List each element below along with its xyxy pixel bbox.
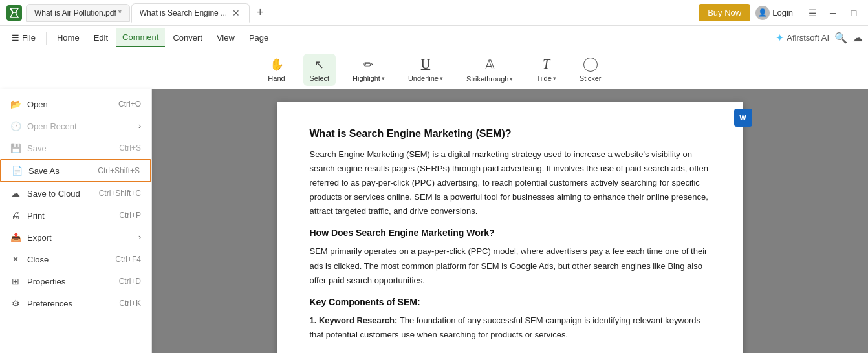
properties-shortcut: Ctrl+D (119, 277, 141, 286)
file-menu-open-recent[interactable]: 🕐 Open Recent › (0, 115, 151, 137)
export-label: Export (27, 233, 52, 242)
tilde-dropdown-arrow: ▾ (553, 75, 556, 81)
strikethrough-icon: 𝔸 (485, 57, 495, 72)
separator (46, 32, 47, 45)
login-button[interactable]: 👤 Login (755, 6, 793, 20)
print-icon: 🖨 (10, 210, 21, 220)
convert-label: Convert (173, 33, 202, 43)
highlight-icon: ✏ (363, 58, 373, 72)
maximize-button[interactable]: □ (845, 4, 863, 22)
tilde-tool-button[interactable]: T Tilde ▾ (530, 53, 562, 86)
title-bar-actions: Buy Now 👤 Login ☰ ─ □ (699, 4, 863, 22)
tab-air-pollution[interactable]: What is Air Pollution.pdf * (26, 4, 130, 22)
save-cloud-label: Save to Cloud (27, 189, 80, 198)
sticker-icon (583, 58, 598, 72)
tab-search-engine[interactable]: What is Search Engine ... ✕ (131, 3, 250, 23)
save-cloud-shortcut: Ctrl+Shift+C (99, 189, 141, 198)
tab-close-icon[interactable]: ✕ (231, 8, 241, 18)
file-menu-panel: 📂 Open Ctrl+O 🕐 Open Recent › 💾 Save Ctr… (0, 89, 152, 353)
select-tool-button[interactable]: ↖ Select (303, 54, 336, 86)
properties-label: Properties (27, 277, 65, 286)
menu-convert[interactable]: Convert (166, 29, 209, 47)
pdf-heading3: Key Components of SEM: (310, 297, 711, 307)
home-label: Home (57, 33, 80, 43)
menu-file[interactable]: ☰ File (5, 29, 42, 47)
minimize-button[interactable]: ─ (824, 4, 842, 22)
save-as-icon: 📄 (12, 166, 22, 176)
hand-tool-button[interactable]: ✋ Hand (261, 54, 293, 86)
pdf-paragraph3-bold: 1. Keyword Research: (310, 316, 398, 325)
open-shortcut: Ctrl+O (118, 100, 141, 109)
save-label: Save (27, 144, 47, 153)
pdf-content: What is Search Engine Marketing (SEM)? S… (310, 128, 711, 342)
menu-edit[interactable]: Edit (87, 29, 114, 47)
save-as-shortcut: Ctrl+Shift+S (98, 166, 140, 175)
menu-comment[interactable]: Comment (116, 28, 165, 47)
pdf-title: What is Search Engine Marketing (SEM)? (310, 128, 711, 140)
view-label: View (217, 33, 235, 43)
menu-button[interactable]: ☰ (803, 4, 821, 22)
tab-label: What is Air Pollution.pdf * (34, 8, 122, 17)
menu-right: ✦ Afirstsoft AI 🔍 ☁ (776, 32, 863, 44)
ai-star-icon: ✦ (776, 32, 784, 44)
file-menu-save[interactable]: 💾 Save Ctrl+S (0, 137, 151, 159)
tab-add-button[interactable]: + (251, 4, 269, 22)
menu-home[interactable]: Home (50, 29, 86, 47)
menu-view[interactable]: View (210, 29, 241, 47)
print-label: Print (27, 211, 45, 220)
strikethrough-tool-button[interactable]: 𝔸 Strikethrough ▾ (460, 53, 519, 87)
preferences-shortcut: Ctrl+K (119, 299, 141, 308)
file-menu-close[interactable]: ✕ Close Ctrl+F4 (0, 248, 151, 270)
hand-label: Hand (268, 74, 285, 82)
highlight-label: Highlight (353, 74, 380, 82)
file-menu-export[interactable]: 📤 Export › (0, 226, 151, 248)
tilde-icon: T (543, 57, 550, 72)
sticker-tool-button[interactable]: Sticker (573, 54, 608, 86)
ai-label: Afirstsoft AI (787, 33, 829, 43)
pdf-heading2: How Does Search Engine Marketing Work? (310, 228, 711, 238)
word-export-button[interactable]: W (734, 109, 752, 127)
tab-label: What is Search Engine ... (140, 8, 227, 17)
open-icon: 📂 (10, 99, 21, 109)
file-menu-preferences[interactable]: ⚙ Preferences Ctrl+K (0, 292, 151, 314)
open-recent-label: Open Recent (27, 122, 77, 131)
file-label: File (22, 33, 36, 43)
comment-label: Comment (122, 32, 158, 42)
file-menu-open[interactable]: 📂 Open Ctrl+O (0, 93, 151, 115)
hand-icon: ✋ (270, 58, 284, 72)
buy-now-button[interactable]: Buy Now (699, 4, 750, 21)
file-menu-properties[interactable]: ⊞ Properties Ctrl+D (0, 270, 151, 292)
close-icon: ✕ (10, 254, 21, 264)
open-recent-arrow: › (138, 122, 141, 131)
menu-page[interactable]: Page (243, 29, 275, 47)
underline-dropdown-arrow: ▾ (440, 75, 443, 81)
close-shortcut: Ctrl+F4 (115, 255, 141, 264)
file-menu-save-as[interactable]: 📄 Save As Ctrl+Shift+S (0, 159, 151, 182)
print-shortcut: Ctrl+P (119, 211, 141, 220)
title-bar: What is Air Pollution.pdf * What is Sear… (0, 0, 868, 26)
open-recent-icon: 🕐 (10, 121, 21, 131)
export-arrow: › (138, 233, 141, 242)
tilde-label: Tilde (536, 74, 551, 82)
underline-tool-button[interactable]: U Underline ▾ (402, 53, 450, 86)
app-logo (5, 4, 23, 22)
strikethrough-label: Strikethrough (466, 75, 508, 83)
ai-button[interactable]: ✦ Afirstsoft AI (776, 32, 829, 44)
highlight-tool-button[interactable]: ✏ Highlight ▾ (346, 54, 391, 86)
properties-icon: ⊞ (10, 276, 21, 286)
tab-bar: What is Air Pollution.pdf * What is Sear… (26, 3, 696, 23)
main-area: 📂 Open Ctrl+O 🕐 Open Recent › 💾 Save Ctr… (0, 89, 868, 353)
sticker-label: Sticker (580, 74, 602, 82)
pdf-paragraph2: SEM primarily operates on a pay-per-clic… (310, 244, 711, 287)
avatar-icon: 👤 (755, 6, 770, 20)
cloud-button[interactable]: ☁ (852, 32, 863, 44)
search-button[interactable]: 🔍 (834, 32, 847, 44)
save-shortcut: Ctrl+S (119, 144, 141, 153)
strikethrough-dropdown-arrow: ▾ (510, 76, 513, 82)
preferences-label: Preferences (27, 299, 72, 308)
underline-icon: U (421, 57, 430, 72)
select-icon: ↖ (314, 58, 324, 72)
file-menu-print[interactable]: 🖨 Print Ctrl+P (0, 204, 151, 226)
file-menu-save-cloud[interactable]: ☁ Save to Cloud Ctrl+Shift+C (0, 182, 151, 204)
edit-label: Edit (94, 33, 108, 43)
